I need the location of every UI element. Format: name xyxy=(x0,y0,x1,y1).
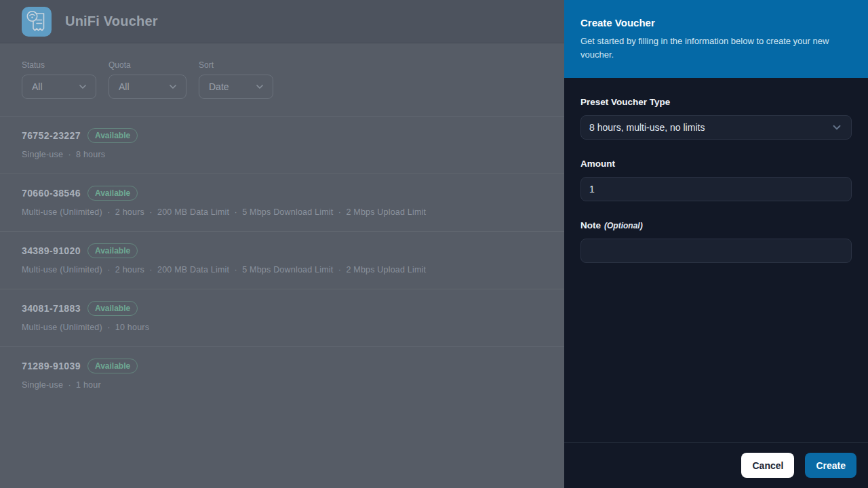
chevron-down-icon xyxy=(254,81,265,92)
status-filter-label: Status xyxy=(22,60,96,70)
page-title: UniFi Voucher xyxy=(65,14,158,29)
filter-quota: Quota All xyxy=(108,60,186,99)
note-label: Note(Optional) xyxy=(580,220,852,230)
status-filter-select[interactable]: All xyxy=(22,75,96,99)
quota-filter-select[interactable]: All xyxy=(108,75,186,99)
quota-filter-label: Quota xyxy=(108,60,186,70)
status-badge: Available xyxy=(87,301,138,316)
amount-label: Amount xyxy=(580,159,852,169)
chevron-down-icon xyxy=(831,121,843,134)
note-optional-suffix: (Optional) xyxy=(604,221,643,230)
status-badge: Available xyxy=(87,186,138,201)
chevron-down-icon xyxy=(77,81,88,92)
note-field-group: Note(Optional) xyxy=(580,220,852,263)
panel-footer: Cancel Create xyxy=(564,442,868,488)
voucher-code: 76752-23227 xyxy=(22,130,81,141)
filter-status: Status All xyxy=(22,60,96,99)
voucher-code: 70660-38546 xyxy=(22,188,81,199)
status-filter-value: All xyxy=(32,81,43,92)
note-input[interactable] xyxy=(580,239,852,263)
amount-field-group: Amount xyxy=(580,159,852,201)
create-button[interactable]: Create xyxy=(805,453,856,478)
preset-voucher-type-value: 8 hours, multi-use, no limits xyxy=(589,122,705,133)
panel-body: Preset Voucher Type 8 hours, multi-use, … xyxy=(564,78,868,442)
voucher-code: 34389-91020 xyxy=(22,245,81,256)
filter-sort: Sort Date xyxy=(199,60,273,99)
status-badge: Available xyxy=(87,128,138,143)
status-badge: Available xyxy=(87,243,138,258)
cancel-button[interactable]: Cancel xyxy=(741,453,794,478)
note-label-text: Note xyxy=(580,220,601,230)
preset-voucher-type-label: Preset Voucher Type xyxy=(580,97,852,107)
panel-header: Create Voucher Get started by filling in… xyxy=(564,0,868,78)
sort-filter-label: Sort xyxy=(199,60,273,70)
voucher-code: 34081-71883 xyxy=(22,303,81,314)
amount-input[interactable] xyxy=(580,177,852,201)
voucher-code: 71289-91039 xyxy=(22,361,81,371)
chevron-down-icon xyxy=(167,81,178,92)
preset-voucher-type-field: Preset Voucher Type 8 hours, multi-use, … xyxy=(580,97,852,140)
sort-filter-value: Date xyxy=(209,81,229,92)
preset-voucher-type-select[interactable]: 8 hours, multi-use, no limits xyxy=(580,115,852,140)
panel-subtitle: Get started by filling in the informatio… xyxy=(580,35,846,62)
panel-title: Create Voucher xyxy=(580,17,852,28)
status-badge: Available xyxy=(87,359,138,373)
sort-filter-select[interactable]: Date xyxy=(199,75,273,99)
voucher-receipt-icon xyxy=(22,7,52,37)
quota-filter-value: All xyxy=(119,81,130,92)
create-voucher-panel: Create Voucher Get started by filling in… xyxy=(564,0,868,488)
